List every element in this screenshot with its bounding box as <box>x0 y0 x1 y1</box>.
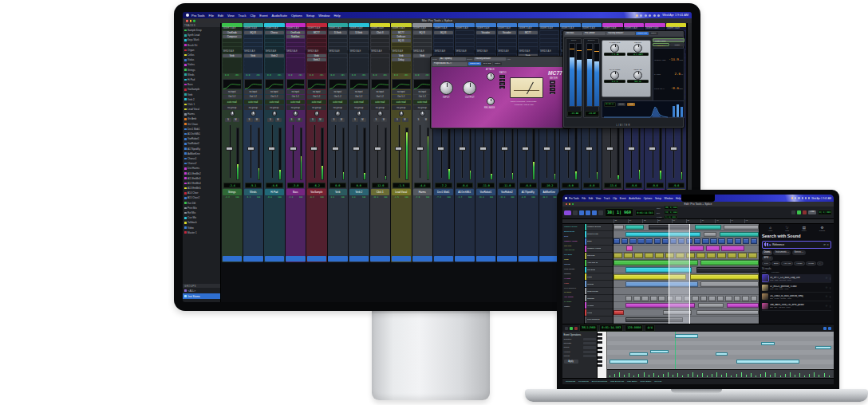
apple-menu-icon[interactable] <box>186 14 189 17</box>
tag-chip-bass[interactable]: Bass <box>771 261 781 265</box>
tag-chip-hip hop[interactable]: Hip Hop <box>781 261 793 265</box>
splice-panel-toggle-button[interactable] <box>564 210 571 215</box>
send-slot[interactable] <box>307 65 326 69</box>
mute-button[interactable]: M <box>233 118 239 122</box>
insert-slot[interactable]: EQ III <box>392 39 411 42</box>
mute-button[interactable]: M <box>423 118 429 122</box>
audio-clip[interactable] <box>662 238 669 244</box>
track-nameplate[interactable]: Verb 2 <box>349 189 369 195</box>
filter-instruments[interactable]: Instruments ⌄ <box>773 250 791 255</box>
sound-result-row[interactable]: LO_Ins125_glitchsub_75.wavsynth · bass ·… <box>762 283 831 293</box>
audio-clip[interactable] <box>717 296 724 301</box>
audio-clip[interactable] <box>734 296 741 301</box>
insert-slot[interactable] <box>413 43 432 46</box>
send-slot[interactable]: Verb <box>244 54 263 57</box>
audio-clip[interactable] <box>654 238 661 244</box>
velocity-stem[interactable] <box>697 375 698 377</box>
sound-result-row[interactable]: OS_SPTT_125_Bass_Loop_Diresynth · bass ·… <box>762 274 831 284</box>
mute-button[interactable]: M <box>275 118 282 122</box>
automation-mode-button[interactable]: auto read <box>244 100 263 104</box>
menu-item-edit[interactable]: Edit <box>218 14 223 18</box>
input-selector[interactable]: no input <box>371 90 390 94</box>
trim-tool-button[interactable] <box>579 210 584 215</box>
audio-clip[interactable] <box>621 238 628 244</box>
fader-cap[interactable] <box>670 147 677 151</box>
send-slot[interactable] <box>349 65 369 69</box>
fader-cap[interactable] <box>332 147 339 151</box>
fader-cap[interactable] <box>479 147 487 151</box>
menu-item-pro-tools[interactable]: Pro Tools <box>191 14 205 18</box>
fader-cap[interactable] <box>310 147 318 151</box>
mute-button[interactable]: M <box>338 118 345 122</box>
insert-slot[interactable] <box>519 35 538 38</box>
insert-slot[interactable] <box>434 39 453 42</box>
pack-column-header[interactable]: Pack <box>762 271 771 273</box>
refresh-icon[interactable]: ⟳ <box>823 243 826 246</box>
midi-note[interactable] <box>629 352 648 356</box>
velocity-stem[interactable] <box>673 375 673 377</box>
send-slot[interactable]: Verb <box>223 54 242 57</box>
favorite-heart-icon[interactable]: ♡ <box>826 277 828 280</box>
compare-button[interactable]: COMPARE <box>636 32 649 35</box>
release-knob[interactable] <box>487 97 495 105</box>
home-icon[interactable]: ⌂Home <box>768 226 772 231</box>
velocity-stem[interactable] <box>653 373 654 377</box>
insert-slot[interactable] <box>540 35 559 38</box>
insert-slot[interactable] <box>286 39 306 42</box>
mute-button[interactable]: M <box>381 118 387 122</box>
midi-setting-control[interactable] <box>583 346 596 348</box>
menu-item-clip[interactable]: Clip <box>250 14 255 18</box>
insert-slot[interactable] <box>244 43 263 46</box>
favorite-heart-icon[interactable]: ♡ <box>826 295 828 298</box>
insert-slot[interactable]: OneKnob <box>223 31 242 34</box>
audio-clip[interactable] <box>702 238 708 244</box>
send-slot[interactable] <box>349 61 369 65</box>
nudge-value[interactable]: 0| 1| 000 <box>818 210 832 215</box>
output-selector[interactable]: Out 1-2 <box>349 95 369 99</box>
audio-clip[interactable] <box>727 303 759 309</box>
velocity-stem[interactable] <box>795 375 795 377</box>
group-item[interactable]: Inst Stems <box>183 293 220 299</box>
velocity-stem[interactable] <box>712 374 712 377</box>
delete-icon[interactable]: ✕ <box>827 243 829 246</box>
knob[interactable] <box>610 71 619 80</box>
insert-slot[interactable] <box>349 43 369 46</box>
insert-slot[interactable] <box>498 35 517 38</box>
menu-item-file[interactable]: File <box>582 197 586 200</box>
track-header[interactable]: Massive Drums <box>585 224 613 231</box>
input-selector[interactable]: no input <box>265 90 284 94</box>
eq-curve-display[interactable] <box>392 79 411 89</box>
automation-mode-button[interactable]: auto read <box>307 100 326 104</box>
plugin-preset-selector[interactable]: <factory default> <box>474 57 506 61</box>
eq-curve-display[interactable] <box>371 79 390 89</box>
audio-clip[interactable] <box>650 296 657 301</box>
send-slot[interactable] <box>413 61 432 65</box>
send-slot[interactable] <box>329 58 348 61</box>
automation-mode-button[interactable]: auto read <box>413 100 432 104</box>
insert-slot[interactable] <box>329 43 348 46</box>
audio-clip[interactable] <box>637 238 644 244</box>
send-slot[interactable]: Verb <box>413 54 432 57</box>
insert-slot[interactable]: Chorus <box>265 31 284 34</box>
menu-item-track[interactable]: Track <box>239 14 247 18</box>
eq-curve-display[interactable] <box>413 79 432 89</box>
audio-clip[interactable] <box>751 296 758 301</box>
solo-button[interactable]: S <box>416 118 422 122</box>
midi-note[interactable] <box>716 352 727 356</box>
track-nameplate[interactable]: Hi Pad <box>265 189 284 195</box>
group-item[interactable]: <ALL> <box>183 288 220 293</box>
menu-item-edit[interactable]: Edit <box>589 197 593 200</box>
audio-clip[interactable] <box>645 238 652 244</box>
send-slot[interactable] <box>244 58 263 61</box>
eq-curve-display[interactable] <box>329 79 348 89</box>
pan-knob[interactable] <box>399 111 404 116</box>
fader-cap[interactable] <box>226 147 233 151</box>
audio-clip[interactable] <box>720 232 759 238</box>
audio-clip[interactable] <box>728 253 736 258</box>
menu-item-options[interactable]: Options <box>291 14 302 18</box>
midi-note[interactable] <box>815 346 831 349</box>
tag-chip-add[interactable]: + <box>817 261 823 265</box>
solo-button[interactable]: S <box>247 118 253 122</box>
midi-setting-control[interactable] <box>583 338 596 340</box>
record-button[interactable] <box>574 327 578 330</box>
